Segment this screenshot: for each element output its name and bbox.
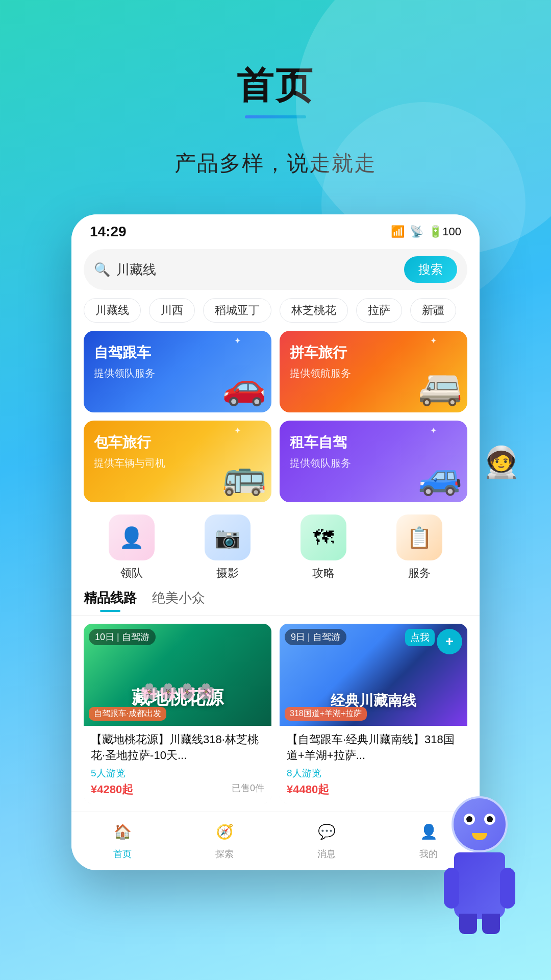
- sparkle-icon: ✦: [234, 426, 241, 435]
- bottom-nav: 🏠 首页 🧭 探索 💬 消息 👤 我的: [71, 812, 480, 870]
- tour-pricing-1: ¥4280起 已售0件: [91, 782, 264, 797]
- click-me-label: 点我: [405, 629, 435, 646]
- card-title: 自驾跟车: [94, 343, 261, 362]
- mascot-character: [439, 796, 541, 949]
- tour-title-2: 【自驾跟车·经典川藏南线】318国道+羊湖+拉萨...: [287, 732, 460, 764]
- message-icon: 💬: [314, 819, 339, 845]
- service-label: 服务: [408, 566, 431, 581]
- tags-row: 川藏线川西稻城亚丁林芝桃花拉萨新疆: [71, 298, 480, 331]
- sparkle-icon: ✦: [430, 336, 437, 346]
- message-label: 消息: [317, 848, 336, 860]
- tour-badge-2: 9日 | 自驾游: [285, 629, 346, 645]
- status-time: 14:29: [90, 224, 127, 240]
- quick-item-guide[interactable]: 🗺 攻略: [300, 514, 346, 581]
- tour-price-2: ¥4480起: [287, 783, 329, 796]
- quick-item-service[interactable]: 📋 服务: [396, 514, 442, 581]
- mascot-left-eye: [464, 814, 475, 825]
- rent-icon: 🚙: [418, 455, 462, 497]
- mascot-left-pupil: [466, 816, 472, 822]
- tab-featured[interactable]: 精品线路: [84, 589, 137, 611]
- search-button[interactable]: 搜索: [404, 256, 457, 283]
- tour-meta-2: 8人游览: [287, 767, 460, 780]
- tour-info-2: 【自驾跟车·经典川藏南线】318国道+羊湖+拉萨... 8人游览 ¥4480起: [280, 726, 467, 803]
- tour-meta-1: 5人游览: [91, 767, 264, 780]
- tag-川西[interactable]: 川西: [149, 298, 195, 323]
- card-title: 拼车旅行: [290, 343, 457, 362]
- phone-frame: 14:29 📶 📡 🔋100 🔍 川藏线 搜索 川藏线川西稻城亚丁林芝桃花拉萨新…: [71, 214, 480, 870]
- tour-card-1[interactable]: 10日 | 自驾游 藏地桃花源 自驾跟车·成都出发 🌸🌸🌸🌸 【藏地桃花源】川藏…: [84, 624, 271, 803]
- service-card-rent[interactable]: 租车自驾 提供领队服务 🚙 ✦: [280, 421, 467, 502]
- guide-icon: 🗺: [300, 514, 346, 560]
- photo-label: 摄影: [216, 566, 239, 581]
- sparkle-icon: ✦: [234, 336, 241, 346]
- leader-icon: 👤: [109, 514, 155, 560]
- carpool-icon: 🚐: [418, 365, 462, 407]
- tag-川藏线[interactable]: 川藏线: [84, 298, 141, 323]
- search-bar[interactable]: 🔍 川藏线 搜索: [84, 249, 467, 290]
- mascot-body: [439, 796, 520, 919]
- home-icon: 🏠: [110, 819, 135, 845]
- service-icon: 📋: [396, 514, 442, 560]
- profile-icon: 👤: [416, 819, 441, 845]
- search-input[interactable]: 川藏线: [116, 261, 404, 279]
- tab-niche[interactable]: 绝美小众: [152, 589, 205, 611]
- quick-item-leader[interactable]: 👤 领队: [109, 514, 155, 581]
- quick-icons-row: 👤 领队 📷 摄影 🗺 攻略 📋 服务: [71, 502, 480, 589]
- nav-profile[interactable]: 👤 我的: [416, 819, 441, 860]
- service-cards-grid: 自驾跟车 提供领队服务 🚗 ✦ 拼车旅行 提供领航服务 🚐 ✦ 包车旅行 提供车…: [71, 331, 480, 502]
- mascot-left-leg: [459, 914, 477, 934]
- quick-item-photo[interactable]: 📷 摄影: [205, 514, 251, 581]
- phone-mockup: 14:29 📶 📡 🔋100 🔍 川藏线 搜索 川藏线川西稻城亚丁林芝桃花拉萨新…: [71, 214, 480, 870]
- mascot-beak: [472, 833, 487, 840]
- mascot-right-arm: [500, 868, 515, 909]
- nav-explore[interactable]: 🧭 探索: [212, 819, 237, 860]
- profile-label: 我的: [419, 848, 438, 860]
- search-icon: 🔍: [94, 262, 110, 278]
- service-card-charter[interactable]: 包车旅行 提供车辆与司机 🚌 ✦: [84, 421, 271, 502]
- tour-badge-1: 10日 | 自驾游: [89, 629, 156, 645]
- tag-拉萨[interactable]: 拉萨: [356, 298, 402, 323]
- mascot-suit: [454, 852, 505, 919]
- sparkle-icon: ✦: [430, 426, 437, 435]
- tour-sold-1: 已售0件: [232, 782, 264, 794]
- tag-稻城亚丁[interactable]: 稻城亚丁: [203, 298, 271, 323]
- mascot-left-arm: [444, 868, 459, 909]
- service-card-self-drive[interactable]: 自驾跟车 提供领队服务 🚗 ✦: [84, 331, 271, 412]
- battery-icon: 🔋100: [429, 225, 461, 238]
- home-label: 首页: [113, 848, 132, 860]
- status-icons: 📶 📡 🔋100: [391, 225, 461, 238]
- explore-label: 探索: [215, 848, 234, 860]
- nav-home[interactable]: 🏠 首页: [110, 819, 135, 860]
- tag-林芝桃花[interactable]: 林芝桃花: [280, 298, 348, 323]
- tabs-row: 精品线路 绝美小众: [71, 589, 480, 616]
- flower-decoration: 🌸🌸🌸🌸: [84, 682, 271, 700]
- tour-img-sub-1: 自驾跟车·成都出发: [89, 707, 166, 721]
- signal-icon: 📶: [391, 225, 405, 238]
- guide-label: 攻略: [312, 566, 335, 581]
- nav-message[interactable]: 💬 消息: [314, 819, 339, 860]
- card-title: 租车自驾: [290, 433, 457, 452]
- tour-info-1: 【藏地桃花源】川藏线318·林芝桃花·圣地拉萨-10天... 5人游览 ¥428…: [84, 726, 271, 803]
- tag-新疆[interactable]: 新疆: [410, 298, 456, 323]
- wifi-icon: 📡: [410, 225, 423, 238]
- service-card-carpool[interactable]: 拼车旅行 提供领航服务 🚐 ✦: [280, 331, 467, 412]
- mascot-head: [452, 796, 508, 852]
- tour-image-2: 9日 | 自驾游 经典川藏南线 318国道+羊湖+拉萨 + 点我: [280, 624, 467, 726]
- car-icon: 🚗: [222, 365, 266, 407]
- tour-card-2[interactable]: 9日 | 自驾游 经典川藏南线 318国道+羊湖+拉萨 + 点我 【自驾跟车·经…: [280, 624, 467, 803]
- plus-button[interactable]: +: [437, 629, 462, 654]
- mascot-right-leg: [482, 914, 500, 934]
- leader-label: 领队: [120, 566, 143, 581]
- charter-icon: 🚌: [222, 455, 266, 497]
- photo-icon: 📷: [205, 514, 251, 560]
- mascot-right-eye: [484, 814, 495, 825]
- status-bar: 14:29 📶 📡 🔋100: [71, 214, 480, 244]
- tour-pricing-2: ¥4480起: [287, 782, 460, 797]
- tour-cards-grid: 10日 | 自驾游 藏地桃花源 自驾跟车·成都出发 🌸🌸🌸🌸 【藏地桃花源】川藏…: [71, 616, 480, 812]
- tour-image-1: 10日 | 自驾游 藏地桃花源 自驾跟车·成都出发 🌸🌸🌸🌸: [84, 624, 271, 726]
- explore-icon: 🧭: [212, 819, 237, 845]
- tour-price-1: ¥4280起: [91, 783, 133, 796]
- top-mascot: 🧑‍🚀: [482, 444, 520, 480]
- tour-img-sub-2: 318国道+羊湖+拉萨: [285, 707, 367, 721]
- card-title: 包车旅行: [94, 433, 261, 452]
